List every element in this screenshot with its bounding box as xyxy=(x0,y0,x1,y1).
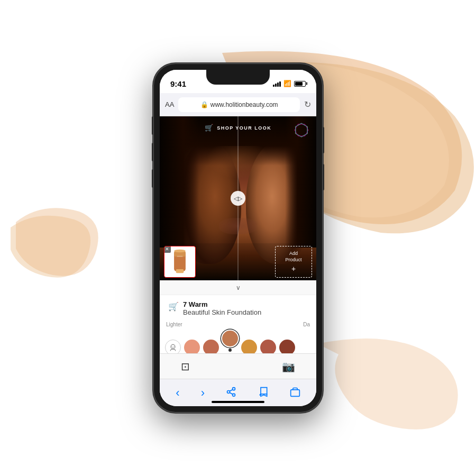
svg-point-6 xyxy=(174,250,186,252)
url-text: www.holitionbeauty.com xyxy=(210,101,278,108)
signal-icon xyxy=(273,80,281,87)
svg-rect-5 xyxy=(176,269,184,273)
chevron-down-icon[interactable]: ∨ xyxy=(236,284,241,291)
product-thumbnail[interactable]: ✕ xyxy=(164,246,196,278)
svg-point-8 xyxy=(171,344,175,349)
add-product-button[interactable]: AddProduct + xyxy=(275,246,312,278)
darker-label: Da xyxy=(303,322,310,327)
svg-point-10 xyxy=(173,346,174,346)
product-basket-icon: 🛒 xyxy=(168,301,179,312)
foundation-tube-image xyxy=(169,249,190,275)
shade-dot-3-selected[interactable] xyxy=(222,331,238,346)
bottom-toolbar: ⊡ 📷 xyxy=(160,353,316,379)
svg-point-9 xyxy=(171,346,172,346)
add-product-label: AddProduct xyxy=(285,251,301,263)
shop-basket-icon: 🛒 xyxy=(205,124,214,132)
bookmarks-button[interactable] xyxy=(254,385,273,401)
shop-label-text: SHOP YOUR LOOK xyxy=(217,125,271,131)
share-button[interactable] xyxy=(222,385,241,401)
phone-notch xyxy=(206,70,270,85)
signal-bar-2 xyxy=(275,84,277,87)
shop-label[interactable]: 🛒 SHOP YOUR LOOK xyxy=(205,124,272,132)
battery-fill xyxy=(295,82,303,86)
phone-screen: 9:41 📶 AA 🔒 www.holitionbeauty.com xyxy=(160,70,316,406)
product-name-label: Beautiful Skin Foundation xyxy=(183,308,261,316)
refresh-icon[interactable]: ↻ xyxy=(304,99,311,109)
lock-icon: 🔒 xyxy=(200,101,208,108)
browser-url-bar[interactable]: 🔒 www.holitionbeauty.com xyxy=(178,97,300,112)
browser-text-size[interactable]: AA xyxy=(165,100,174,108)
signal-bar-3 xyxy=(277,83,279,87)
product-panel: ✕ AddProduct + xyxy=(160,243,316,280)
closest-match-indicator xyxy=(228,349,232,352)
split-arrows-icon: ◁▷ xyxy=(234,195,242,202)
compare-icon[interactable]: ⊡ xyxy=(181,360,190,373)
wifi-icon: 📶 xyxy=(283,80,291,87)
product-name-block: 7 Warm Beautiful Skin Foundation xyxy=(183,300,261,316)
product-shade-label: 7 Warm xyxy=(183,300,261,308)
holition-logo xyxy=(293,122,310,139)
chevron-bar[interactable]: ∨ xyxy=(160,280,316,295)
tabs-button[interactable] xyxy=(286,385,305,401)
back-button[interactable]: ‹ xyxy=(171,384,184,402)
forward-button[interactable]: › xyxy=(197,384,209,402)
browser-bar[interactable]: AA 🔒 www.holitionbeauty.com ↻ xyxy=(160,93,316,116)
status-time: 9:41 xyxy=(170,79,186,88)
camera-capture-icon[interactable]: 📷 xyxy=(282,360,295,373)
status-icons: 📶 xyxy=(273,80,306,87)
product-close-button[interactable]: ✕ xyxy=(164,246,171,253)
svg-rect-7 xyxy=(177,256,183,257)
camera-ar-area: 🛒 SHOP YOUR LOOK ◁▷ xyxy=(160,116,316,280)
phone-device: 9:41 📶 AA 🔒 www.holitionbeauty.com xyxy=(153,63,323,413)
split-handle[interactable]: ◁▷ xyxy=(231,191,245,206)
bottom-panel: ∨ 🛒 7 Warm Beautiful Skin Foundation Lig… xyxy=(160,280,316,406)
svg-rect-11 xyxy=(291,389,300,396)
add-product-plus-icon: + xyxy=(291,264,296,273)
signal-bar-4 xyxy=(279,81,281,87)
product-info: 🛒 7 Warm Beautiful Skin Foundation xyxy=(160,295,316,319)
battery-icon xyxy=(294,81,306,87)
signal-bar-1 xyxy=(273,85,274,87)
shade-range-labels: Lighter Da xyxy=(164,322,312,327)
lighter-label: Lighter xyxy=(166,322,182,327)
home-indicator xyxy=(212,401,264,403)
